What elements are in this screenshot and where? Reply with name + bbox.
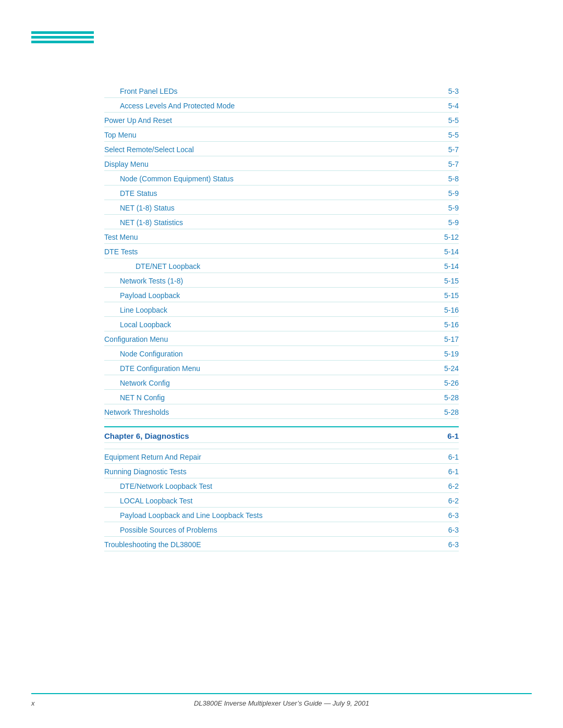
toc-row: Payload Loopback and Line Loopback Tests…	[104, 508, 459, 522]
toc-page: 5-28	[427, 408, 459, 416]
toc-row: Test Menu 5-12	[104, 229, 459, 244]
toc-page: 5-7	[427, 145, 459, 154]
footer-line	[31, 693, 532, 694]
toc-row: Line Loopback 5-16	[104, 302, 459, 317]
toc-title: Running Diagnostic Tests	[104, 467, 427, 476]
toc-row: DTE Tests 5-14	[104, 244, 459, 258]
toc-page: 5-24	[427, 364, 459, 373]
toc-page: 6-3	[427, 511, 459, 520]
toc-row: Network Tests (1-8) 5-15	[104, 273, 459, 288]
toc-row: Network Config 5-26	[104, 375, 459, 390]
toc-title: Power Up And Reset	[104, 116, 427, 125]
toc-title: NET (1-8) Statistics	[104, 218, 427, 227]
toc-title: Payload Loopback and Line Loopback Tests	[104, 511, 427, 520]
toc-page: 5-4	[427, 102, 459, 110]
top-decoration	[31, 31, 94, 43]
toc-row: Node Configuration 5-19	[104, 346, 459, 361]
toc-title: NET N Config	[104, 393, 427, 402]
chapter-heading-row: Chapter 6, Diagnostics 6-1	[104, 426, 459, 443]
toc-page: 6-3	[427, 540, 459, 549]
toc-title: DTE Status	[104, 189, 427, 198]
toc-row: Front Panel LEDs 5-3	[104, 83, 459, 98]
toc-title: Node Configuration	[104, 350, 427, 358]
toc-row: LOCAL Loopback Test 6-2	[104, 493, 459, 508]
toc-row: Access Levels And Protected Mode 5-4	[104, 98, 459, 113]
toc-page: 5-5	[427, 131, 459, 139]
toc-page: 5-8	[427, 175, 459, 183]
toc-row: NET (1-8) Statistics 5-9	[104, 215, 459, 229]
toc-page: 5-7	[427, 160, 459, 168]
footer-document-title: DL3800E Inverse Multiplexer User’s Guide…	[194, 699, 369, 707]
toc-row: DTE Status 5-9	[104, 186, 459, 200]
toc-title: Configuration Menu	[104, 335, 427, 343]
toc-title: Possible Sources of Problems	[104, 526, 427, 534]
toc-row: Network Thresholds 5-28	[104, 404, 459, 419]
toc-page: 5-9	[427, 204, 459, 212]
page-footer: x DL3800E Inverse Multiplexer User’s Gui…	[0, 693, 563, 707]
toc-page: 6-1	[427, 453, 459, 461]
toc-title: DTE Configuration Menu	[104, 364, 427, 373]
toc-title: DTE/Network Loopback Test	[104, 482, 427, 490]
toc-title: Node (Common Equipment) Status	[104, 175, 427, 183]
toc-row: Power Up And Reset 5-5	[104, 113, 459, 127]
toc-title: Top Menu	[104, 131, 427, 139]
toc-row: Configuration Menu 5-17	[104, 331, 459, 346]
toc-page: 6-1	[427, 467, 459, 476]
toc-page: 5-3	[427, 87, 459, 95]
toc-title: Network Thresholds	[104, 408, 427, 416]
chapter-spacer	[104, 443, 459, 449]
decoration-line-1	[31, 31, 94, 34]
toc-row: NET (1-8) Status 5-9	[104, 200, 459, 215]
toc-page: 5-15	[427, 277, 459, 285]
toc-row: DTE/Network Loopback Test 6-2	[104, 478, 459, 493]
toc-page: 5-14	[427, 262, 459, 270]
toc-title: Payload Loopback	[104, 291, 427, 300]
decoration-line-2	[31, 36, 94, 39]
toc-title: Select Remote/Select Local	[104, 145, 427, 154]
toc-title: Network Tests (1-8)	[104, 277, 427, 285]
decoration-line-3	[31, 41, 94, 43]
toc-page: 5-28	[427, 393, 459, 402]
toc-title: Network Config	[104, 379, 427, 387]
toc-page: 6-2	[427, 482, 459, 490]
toc-page: 5-5	[427, 116, 459, 125]
toc-content: Front Panel LEDs 5-3 Access Levels And P…	[0, 31, 563, 583]
toc-title: Equipment Return And Repair	[104, 453, 427, 461]
toc-row: Display Menu 5-7	[104, 156, 459, 171]
toc-row: Troubleshooting the DL3800E 6-3	[104, 537, 459, 551]
toc-title: DTE Tests	[104, 248, 427, 256]
chapter-heading-page: 6-1	[427, 431, 459, 440]
toc-row: DTE/NET Loopback 5-14	[104, 258, 459, 273]
toc-row: Possible Sources of Problems 6-3	[104, 522, 459, 537]
toc-page: 5-16	[427, 306, 459, 314]
toc-page: 5-19	[427, 350, 459, 358]
toc-title: Troubleshooting the DL3800E	[104, 540, 427, 549]
toc-page: 6-3	[427, 526, 459, 534]
toc-row: Equipment Return And Repair 6-1	[104, 449, 459, 464]
toc-row: Payload Loopback 5-15	[104, 288, 459, 302]
toc-page: 5-9	[427, 189, 459, 198]
toc-page: 5-16	[427, 320, 459, 329]
toc-title: Front Panel LEDs	[104, 87, 427, 95]
toc-title: NET (1-8) Status	[104, 204, 427, 212]
toc-row: Select Remote/Select Local 5-7	[104, 142, 459, 156]
toc-title: Access Levels And Protected Mode	[104, 102, 427, 110]
toc-page: 5-9	[427, 218, 459, 227]
chapter-heading-title: Chapter 6, Diagnostics	[104, 431, 427, 440]
toc-row: Top Menu 5-5	[104, 127, 459, 142]
page-container: Front Panel LEDs 5-3 Access Levels And P…	[0, 0, 563, 728]
toc-page: 5-15	[427, 291, 459, 300]
toc-row: NET N Config 5-28	[104, 390, 459, 404]
toc-page: 6-2	[427, 497, 459, 505]
toc-title: Test Menu	[104, 233, 427, 241]
footer-text: x DL3800E Inverse Multiplexer User’s Gui…	[31, 699, 532, 707]
toc-row: Node (Common Equipment) Status 5-8	[104, 171, 459, 186]
toc-page: 5-12	[427, 233, 459, 241]
toc-page: 5-14	[427, 248, 459, 256]
footer-page-number: x	[31, 699, 35, 707]
toc-row: DTE Configuration Menu 5-24	[104, 361, 459, 375]
toc-title: DTE/NET Loopback	[104, 262, 427, 270]
toc-title: Line Loopback	[104, 306, 427, 314]
toc-page: 5-17	[427, 335, 459, 343]
toc-title: LOCAL Loopback Test	[104, 497, 427, 505]
